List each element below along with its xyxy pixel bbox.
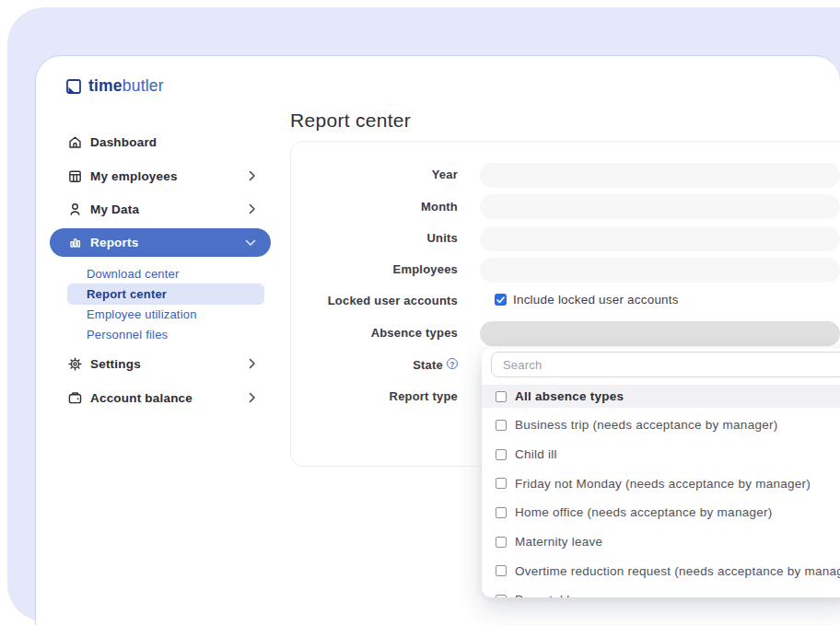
calendar-grid-icon	[66, 168, 83, 184]
units-input[interactable]	[480, 226, 840, 251]
help-icon[interactable]: ?	[447, 358, 458, 369]
absence-option-parental-leave[interactable]: Parental leave	[482, 585, 840, 597]
bar-chart-icon	[66, 235, 83, 251]
absence-options-list: All absence types Business trip (needs a…	[482, 385, 840, 597]
chevron-right-icon	[249, 170, 256, 181]
sidebar-item-label: Settings	[90, 357, 141, 371]
employees-input[interactable]	[480, 258, 840, 283]
chevron-right-icon	[249, 392, 256, 403]
sidebar-item-account-balance[interactable]: Account balance	[50, 384, 271, 411]
checked-checkbox-icon[interactable]	[495, 294, 507, 306]
year-input[interactable]	[480, 163, 840, 188]
chevron-right-icon	[249, 358, 256, 369]
sidebar-subitem-download-center[interactable]: Download center	[67, 263, 264, 284]
sidebar-item-dashboard[interactable]: Dashboard	[50, 128, 271, 156]
brand-logo[interactable]: timebutler	[65, 76, 164, 96]
locked-accounts-checkbox-row: Include locked user accounts	[495, 293, 679, 307]
search-wrap	[482, 348, 840, 377]
chevron-down-icon	[245, 239, 256, 247]
gear-icon	[66, 355, 83, 372]
absence-types-label: Absence types	[305, 327, 458, 340]
sidebar-subitem-employee-utilization[interactable]: Employee utilization	[67, 304, 264, 325]
month-label: Month	[305, 201, 458, 214]
absence-option-label: Friday not Monday (needs acceptance by m…	[515, 477, 811, 491]
brand-name-light: butler	[122, 76, 164, 95]
checkbox-icon[interactable]	[496, 595, 507, 597]
absence-option-label: Maternity leave	[515, 535, 602, 549]
wallet-icon	[66, 389, 83, 406]
absence-types-dropdown: All absence types Business trip (needs a…	[482, 348, 840, 597]
sidebar-item-label: My employees	[90, 169, 178, 183]
sidebar-item-label: Reports	[90, 236, 138, 249]
sidebar-subitem-label: Employee utilization	[87, 307, 197, 321]
absence-option-overtime-reduction[interactable]: Overtime reduction request (needs accept…	[482, 556, 840, 585]
absence-option-business-trip[interactable]: Business trip (needs acceptance by manag…	[482, 411, 840, 440]
chevron-right-icon	[249, 203, 256, 214]
locked-user-accounts-label: Locked user accounts	[305, 295, 458, 307]
state-label-text: State	[413, 358, 443, 372]
user-icon	[66, 201, 83, 217]
absence-option-home-office[interactable]: Home office (needs acceptance by manager…	[482, 498, 840, 527]
absence-option-maternity-leave[interactable]: Maternity leave	[482, 527, 840, 557]
year-label: Year	[305, 168, 458, 181]
timebutler-logo-icon	[65, 78, 82, 95]
search-input[interactable]	[491, 352, 840, 377]
absence-option-child-ill[interactable]: Child ill	[482, 440, 840, 469]
sidebar-item-reports[interactable]: Reports	[50, 228, 271, 257]
sidebar-subitem-report-center[interactable]: Report center	[67, 284, 264, 305]
app-window: timebutler Dashboard My employees	[35, 55, 840, 625]
brand-name-bold: time	[88, 76, 122, 95]
sidebar-subitem-label: Report center	[87, 287, 167, 301]
absence-option-label: Overtime reduction request (needs accept…	[515, 564, 840, 578]
units-label: Units	[305, 232, 458, 245]
checkbox-icon[interactable]	[496, 449, 507, 460]
sidebar-item-label: Account balance	[90, 391, 192, 405]
absence-option-label: Child ill	[515, 447, 557, 461]
checkbox-icon[interactable]	[496, 420, 507, 431]
home-icon	[66, 133, 83, 150]
checkbox-icon[interactable]	[496, 478, 507, 489]
locked-accounts-checkbox-label[interactable]: Include locked user accounts	[513, 293, 679, 307]
sidebar-subitem-label: Personnel files	[87, 328, 168, 341]
sidebar-subitem-label: Download center	[87, 267, 180, 281]
absence-option-all[interactable]: All absence types	[482, 385, 840, 408]
absence-option-label: Home office (needs acceptance by manager…	[515, 505, 772, 519]
page-title: Report center	[290, 110, 411, 132]
month-input[interactable]	[480, 194, 840, 219]
absence-option-friday-not-monday[interactable]: Friday not Monday (needs acceptance by m…	[482, 469, 840, 498]
state-label: State?	[305, 358, 458, 372]
sidebar-item-my-data[interactable]: My Data	[50, 195, 271, 223]
sidebar-item-settings[interactable]: Settings	[50, 350, 271, 377]
brand-name: timebutler	[88, 76, 164, 96]
checkbox-icon[interactable]	[496, 507, 507, 518]
report-type-label: Report type	[305, 390, 458, 403]
absence-option-label: All absence types	[515, 389, 624, 403]
absence-option-label: Parental leave	[515, 593, 598, 597]
checkbox-icon[interactable]	[496, 391, 507, 402]
employees-label: Employees	[305, 263, 458, 276]
sidebar-item-label: My Data	[90, 203, 139, 216]
sidebar-item-label: Dashboard	[90, 135, 157, 149]
absence-option-label: Business trip (needs acceptance by manag…	[515, 418, 777, 432]
absence-types-input[interactable]	[480, 321, 840, 346]
sidebar-subitem-personnel-files[interactable]: Personnel files	[67, 324, 264, 345]
checkbox-icon[interactable]	[496, 537, 507, 548]
sidebar-item-my-employees[interactable]: My employees	[50, 162, 271, 190]
checkbox-icon[interactable]	[496, 565, 507, 576]
